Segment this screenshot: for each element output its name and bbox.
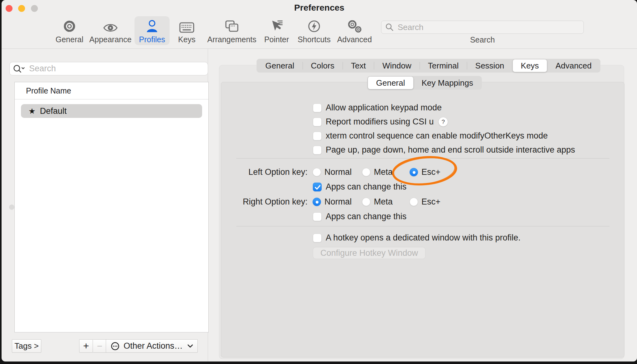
radio-button[interactable] <box>410 198 418 206</box>
toolbar-item-keys[interactable]: Keys <box>163 17 210 47</box>
splitter-handle[interactable] <box>9 205 14 210</box>
checkbox[interactable] <box>313 118 322 126</box>
radio-left-normal[interactable]: Normal <box>313 167 362 177</box>
gear-icon <box>62 17 77 33</box>
checkbox[interactable] <box>313 104 322 112</box>
other-actions-label: Other Actions… <box>124 341 186 351</box>
left-option-key-label: Left Option key: <box>221 167 308 177</box>
toolbar-item-arrangements[interactable]: Arrangements <box>208 17 255 47</box>
right-option-key-row: Right Option key: Normal Meta Esc+ <box>221 194 624 210</box>
preferences-window: Preferences General Appearance Profiles … <box>2 0 637 361</box>
toolbar-item-general[interactable]: General <box>46 17 93 47</box>
toolbar-label: Shortcuts <box>298 35 331 44</box>
profile-list-panel: Profile Name ★ Default <box>14 82 209 332</box>
add-remove-group: + − <box>79 339 107 353</box>
toolbar-search-label: Search <box>381 35 584 44</box>
toolbar-label: Appearance <box>89 35 132 44</box>
checkbox-row-keypad[interactable]: Allow application keypad mode <box>221 101 624 115</box>
checkbox-label: Allow application keypad mode <box>326 103 442 113</box>
toolbar-divider <box>2 48 637 49</box>
radio-right-normal[interactable]: Normal <box>313 197 362 207</box>
left-apps-change-row[interactable]: Apps can change this <box>221 180 624 194</box>
person-icon <box>145 17 159 33</box>
left-option-key-row: Left Option key: Normal Meta Esc+ <box>221 164 624 180</box>
toolbar-item-appearance[interactable]: Appearance <box>87 17 134 47</box>
toolbar-label: General <box>56 35 84 44</box>
right-option-key-label: Right Option key: <box>221 197 308 207</box>
keys-general-content: Allow application keypad mode Report mod… <box>221 82 624 259</box>
tags-button[interactable]: Tags > <box>12 339 41 353</box>
divider <box>236 226 609 226</box>
profile-list-header: Profile Name <box>15 82 208 99</box>
tab-general[interactable]: General <box>257 59 303 72</box>
toolbar-item-advanced[interactable]: Advanced <box>331 17 378 47</box>
checkbox-row-csi-u[interactable]: Report modifiers using CSI u ? <box>221 115 624 129</box>
checkbox-row-page-scroll[interactable]: Page up, page down, home and end scroll … <box>221 143 624 157</box>
radio-left-esc[interactable]: Esc+ <box>410 167 441 177</box>
checkbox-label: xterm control sequence can enable modify… <box>326 131 548 141</box>
keyboard-icon <box>179 17 195 33</box>
checkbox-row-modifyotherkeys[interactable]: xterm control sequence can enable modify… <box>221 129 624 143</box>
cursor-icon <box>269 17 284 33</box>
radio-button-selected[interactable] <box>313 198 321 206</box>
checkbox-checked[interactable] <box>313 183 322 191</box>
tab-session[interactable]: Session <box>467 59 512 72</box>
radio-right-meta[interactable]: Meta <box>362 197 410 207</box>
titlebar: Preferences <box>2 0 637 16</box>
right-apps-change-row[interactable]: Apps can change this <box>221 210 624 224</box>
tab-advanced[interactable]: Advanced <box>547 59 600 72</box>
add-profile-button[interactable]: + <box>79 339 93 353</box>
screenshot-stage: Preferences General Appearance Profiles … <box>0 0 637 364</box>
profile-row-default[interactable]: ★ Default <box>21 104 202 118</box>
tab-keys[interactable]: Keys <box>513 59 547 72</box>
windows-icon <box>225 17 239 33</box>
checkbox[interactable] <box>313 234 322 242</box>
divider <box>236 158 609 159</box>
profile-tabs: General Colors Text Window Terminal Sess… <box>257 59 600 73</box>
bolt-circle-icon <box>307 17 321 33</box>
gears-icon <box>347 17 362 33</box>
toolbar-label: Pointer <box>264 35 289 44</box>
radio-button[interactable] <box>362 198 370 206</box>
checkbox-label: A hotkey opens a dedicated window with t… <box>326 233 521 243</box>
tab-colors[interactable]: Colors <box>303 59 343 72</box>
profile-search-input[interactable] <box>28 63 205 74</box>
default-star-icon: ★ <box>28 107 35 116</box>
radio-label: Normal <box>324 197 352 207</box>
toolbar-label: Arrangements <box>207 35 256 44</box>
configure-hotkey-window-button[interactable]: Configure Hotkey Window <box>313 247 426 259</box>
radio-right-esc[interactable]: Esc+ <box>410 197 441 207</box>
checkbox-label: Apps can change this <box>326 182 406 192</box>
chevron-down-icon <box>187 344 193 348</box>
checkbox[interactable] <box>313 132 322 140</box>
window-title: Preferences <box>2 3 637 13</box>
other-actions-dropdown[interactable]: Other Actions… <box>106 339 198 353</box>
checkbox[interactable] <box>313 212 322 221</box>
radio-label: Normal <box>324 167 352 177</box>
radio-button-selected[interactable] <box>410 168 418 176</box>
tab-window[interactable]: Window <box>374 59 419 72</box>
radio-button[interactable] <box>362 168 370 176</box>
toolbar-search-field[interactable] <box>381 21 584 34</box>
search-icon <box>385 23 394 32</box>
toolbar-label: Profiles <box>139 35 165 44</box>
tab-text[interactable]: Text <box>343 59 374 72</box>
toolbar-label: Keys <box>178 35 196 44</box>
eye-icon <box>103 17 118 33</box>
toolbar-search-input[interactable] <box>397 22 580 33</box>
radio-button[interactable] <box>313 168 321 176</box>
checkbox[interactable] <box>313 146 322 154</box>
profile-search-field[interactable] <box>9 62 208 75</box>
profile-name: Default <box>40 106 67 116</box>
checkbox-label: Page up, page down, home and end scroll … <box>326 145 575 155</box>
help-button[interactable]: ? <box>438 117 448 127</box>
search-scope-icon <box>13 64 25 73</box>
checkbox-label: Apps can change this <box>326 212 406 221</box>
toolbar-label: Advanced <box>337 35 372 44</box>
hotkey-row[interactable]: A hotkey opens a dedicated window with t… <box>221 231 624 245</box>
toolbar-item-shortcuts[interactable]: Shortcuts <box>291 17 338 47</box>
radio-left-meta[interactable]: Meta <box>362 167 410 177</box>
tab-terminal[interactable]: Terminal <box>420 59 467 72</box>
remove-profile-button[interactable]: − <box>93 339 107 353</box>
radio-label: Meta <box>374 197 393 207</box>
